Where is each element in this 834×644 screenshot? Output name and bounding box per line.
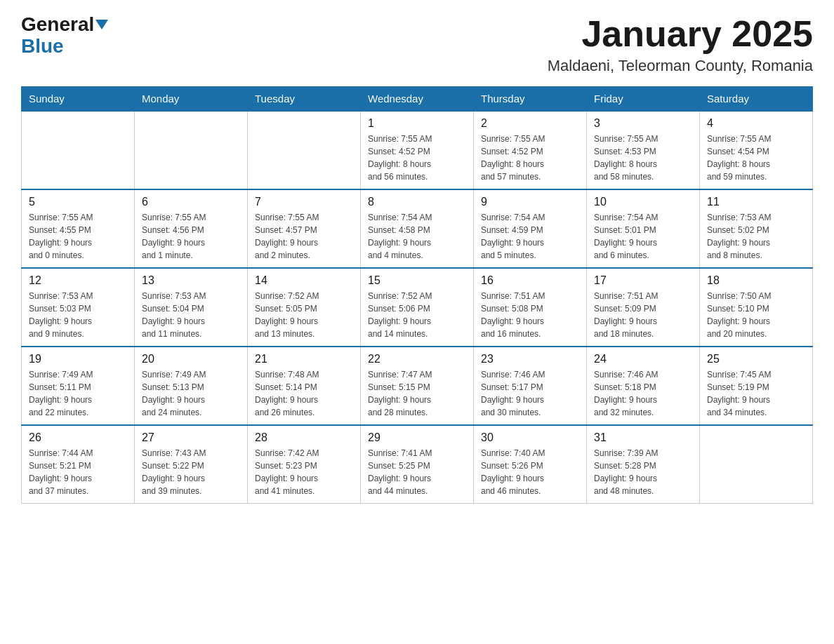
day-header-saturday: Saturday <box>700 87 813 112</box>
day-info: Sunrise: 7:39 AMSunset: 5:28 PMDaylight:… <box>594 447 692 497</box>
day-number: 18 <box>707 274 805 287</box>
calendar-cell: 28Sunrise: 7:42 AMSunset: 5:23 PMDayligh… <box>248 425 361 504</box>
logo-triangle-icon <box>95 20 108 29</box>
title-area: January 2025 Maldaeni, Teleorman County,… <box>548 14 813 75</box>
page-header: General Blue January 2025 Maldaeni, Tele… <box>21 14 813 75</box>
day-info: Sunrise: 7:44 AMSunset: 5:21 PMDaylight:… <box>29 447 127 497</box>
calendar-cell <box>22 111 135 189</box>
day-number: 20 <box>142 353 240 365</box>
day-info: Sunrise: 7:48 AMSunset: 5:14 PMDaylight:… <box>255 368 353 419</box>
calendar-cell: 13Sunrise: 7:53 AMSunset: 5:04 PMDayligh… <box>135 268 248 347</box>
week-row-4: 19Sunrise: 7:49 AMSunset: 5:11 PMDayligh… <box>22 347 813 425</box>
day-info: Sunrise: 7:54 AMSunset: 4:58 PMDaylight:… <box>368 211 466 262</box>
day-info: Sunrise: 7:53 AMSunset: 5:02 PMDaylight:… <box>707 211 805 262</box>
day-info: Sunrise: 7:55 AMSunset: 4:56 PMDaylight:… <box>142 211 240 262</box>
day-info: Sunrise: 7:55 AMSunset: 4:54 PMDaylight:… <box>707 133 805 183</box>
logo-text: General Blue <box>21 14 108 58</box>
calendar-title: January 2025 <box>548 14 813 54</box>
day-number: 25 <box>707 353 805 365</box>
day-number: 6 <box>142 196 240 208</box>
calendar-cell: 30Sunrise: 7:40 AMSunset: 5:26 PMDayligh… <box>474 425 587 504</box>
day-number: 12 <box>29 274 127 287</box>
calendar-cell: 2Sunrise: 7:55 AMSunset: 4:52 PMDaylight… <box>474 111 587 189</box>
calendar-cell: 15Sunrise: 7:52 AMSunset: 5:06 PMDayligh… <box>361 268 474 347</box>
day-info: Sunrise: 7:51 AMSunset: 5:09 PMDaylight:… <box>594 290 692 340</box>
week-row-3: 12Sunrise: 7:53 AMSunset: 5:03 PMDayligh… <box>22 268 813 347</box>
day-header-tuesday: Tuesday <box>248 87 361 112</box>
week-row-1: 1Sunrise: 7:55 AMSunset: 4:52 PMDaylight… <box>22 111 813 189</box>
logo-blue: Blue <box>21 35 64 57</box>
day-number: 8 <box>368 196 466 208</box>
day-header-wednesday: Wednesday <box>361 87 474 112</box>
day-number: 27 <box>142 431 240 444</box>
day-number: 1 <box>368 117 466 130</box>
week-row-2: 5Sunrise: 7:55 AMSunset: 4:55 PMDaylight… <box>22 189 813 268</box>
day-number: 31 <box>594 431 692 444</box>
day-info: Sunrise: 7:46 AMSunset: 5:18 PMDaylight:… <box>594 368 692 419</box>
day-info: Sunrise: 7:49 AMSunset: 5:13 PMDaylight:… <box>142 368 240 419</box>
day-number: 24 <box>594 353 692 365</box>
day-number: 15 <box>368 274 466 287</box>
day-number: 4 <box>707 117 805 130</box>
days-of-week-row: SundayMondayTuesdayWednesdayThursdayFrid… <box>22 87 813 112</box>
calendar-cell: 6Sunrise: 7:55 AMSunset: 4:56 PMDaylight… <box>135 189 248 268</box>
day-number: 16 <box>481 274 579 287</box>
day-info: Sunrise: 7:54 AMSunset: 4:59 PMDaylight:… <box>481 211 579 262</box>
calendar-cell: 7Sunrise: 7:55 AMSunset: 4:57 PMDaylight… <box>248 189 361 268</box>
calendar-cell: 10Sunrise: 7:54 AMSunset: 5:01 PMDayligh… <box>587 189 700 268</box>
calendar-cell: 14Sunrise: 7:52 AMSunset: 5:05 PMDayligh… <box>248 268 361 347</box>
day-number: 2 <box>481 117 579 130</box>
day-number: 13 <box>142 274 240 287</box>
calendar-cell: 5Sunrise: 7:55 AMSunset: 4:55 PMDaylight… <box>22 189 135 268</box>
calendar-cell <box>248 111 361 189</box>
day-number: 28 <box>255 431 353 444</box>
week-row-5: 26Sunrise: 7:44 AMSunset: 5:21 PMDayligh… <box>22 425 813 504</box>
calendar-cell: 4Sunrise: 7:55 AMSunset: 4:54 PMDaylight… <box>700 111 813 189</box>
day-header-friday: Friday <box>587 87 700 112</box>
calendar-cell: 18Sunrise: 7:50 AMSunset: 5:10 PMDayligh… <box>700 268 813 347</box>
calendar-cell: 16Sunrise: 7:51 AMSunset: 5:08 PMDayligh… <box>474 268 587 347</box>
day-info: Sunrise: 7:52 AMSunset: 5:06 PMDaylight:… <box>368 290 466 340</box>
calendar-cell: 8Sunrise: 7:54 AMSunset: 4:58 PMDaylight… <box>361 189 474 268</box>
day-info: Sunrise: 7:42 AMSunset: 5:23 PMDaylight:… <box>255 447 353 497</box>
calendar-cell: 21Sunrise: 7:48 AMSunset: 5:14 PMDayligh… <box>248 347 361 425</box>
day-number: 29 <box>368 431 466 444</box>
calendar-cell: 25Sunrise: 7:45 AMSunset: 5:19 PMDayligh… <box>700 347 813 425</box>
day-info: Sunrise: 7:55 AMSunset: 4:55 PMDaylight:… <box>29 211 127 262</box>
day-number: 3 <box>594 117 692 130</box>
day-number: 9 <box>481 196 579 208</box>
day-info: Sunrise: 7:55 AMSunset: 4:57 PMDaylight:… <box>255 211 353 262</box>
day-number: 23 <box>481 353 579 365</box>
day-info: Sunrise: 7:40 AMSunset: 5:26 PMDaylight:… <box>481 447 579 497</box>
day-number: 5 <box>29 196 127 208</box>
day-header-sunday: Sunday <box>22 87 135 112</box>
day-info: Sunrise: 7:55 AMSunset: 4:53 PMDaylight:… <box>594 133 692 183</box>
day-number: 21 <box>255 353 353 365</box>
day-info: Sunrise: 7:46 AMSunset: 5:17 PMDaylight:… <box>481 368 579 419</box>
day-number: 19 <box>29 353 127 365</box>
calendar-cell <box>700 425 813 504</box>
day-number: 7 <box>255 196 353 208</box>
day-number: 22 <box>368 353 466 365</box>
calendar-subtitle: Maldaeni, Teleorman County, Romania <box>548 57 813 75</box>
calendar-cell: 3Sunrise: 7:55 AMSunset: 4:53 PMDaylight… <box>587 111 700 189</box>
calendar-cell: 9Sunrise: 7:54 AMSunset: 4:59 PMDaylight… <box>474 189 587 268</box>
day-number: 10 <box>594 196 692 208</box>
calendar-cell <box>135 111 248 189</box>
day-info: Sunrise: 7:52 AMSunset: 5:05 PMDaylight:… <box>255 290 353 340</box>
logo-general: General <box>21 13 94 35</box>
day-header-monday: Monday <box>135 87 248 112</box>
day-info: Sunrise: 7:51 AMSunset: 5:08 PMDaylight:… <box>481 290 579 340</box>
logo: General Blue <box>21 14 108 58</box>
day-info: Sunrise: 7:43 AMSunset: 5:22 PMDaylight:… <box>142 447 240 497</box>
day-number: 30 <box>481 431 579 444</box>
day-number: 17 <box>594 274 692 287</box>
day-info: Sunrise: 7:45 AMSunset: 5:19 PMDaylight:… <box>707 368 805 419</box>
calendar-cell: 11Sunrise: 7:53 AMSunset: 5:02 PMDayligh… <box>700 189 813 268</box>
day-header-thursday: Thursday <box>474 87 587 112</box>
day-info: Sunrise: 7:50 AMSunset: 5:10 PMDaylight:… <box>707 290 805 340</box>
day-info: Sunrise: 7:55 AMSunset: 4:52 PMDaylight:… <box>368 133 466 183</box>
calendar-cell: 20Sunrise: 7:49 AMSunset: 5:13 PMDayligh… <box>135 347 248 425</box>
day-info: Sunrise: 7:53 AMSunset: 5:03 PMDaylight:… <box>29 290 127 340</box>
day-number: 14 <box>255 274 353 287</box>
